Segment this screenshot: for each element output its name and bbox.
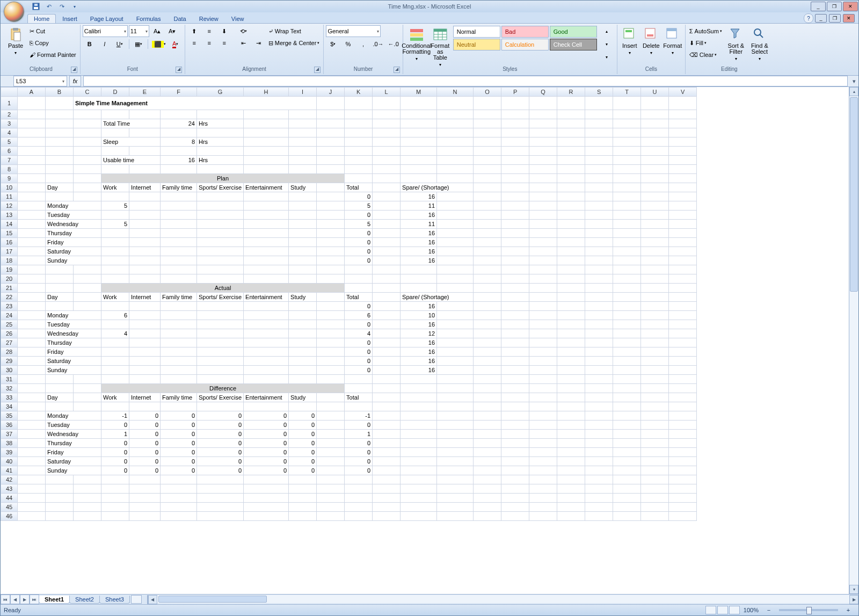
cell-C2[interactable] [74, 110, 101, 119]
cell-V41[interactable] [669, 466, 697, 475]
cell-F8[interactable] [161, 165, 197, 174]
cell-M25[interactable]: 16 [401, 320, 437, 329]
cell-E14[interactable] [129, 220, 161, 229]
cell-E29[interactable] [129, 357, 161, 366]
col-header-F[interactable]: F [161, 88, 197, 97]
cell-H24[interactable] [244, 311, 289, 320]
cell-P25[interactable] [501, 320, 529, 329]
cell-M20[interactable] [401, 274, 437, 284]
align-middle-button[interactable]: ≡ [202, 25, 216, 37]
tab-nav-next[interactable]: ▶ [20, 595, 30, 604]
cell-P17[interactable] [501, 247, 529, 256]
cell-S2[interactable] [585, 110, 613, 119]
cell-U24[interactable] [641, 311, 669, 320]
cell-J33[interactable] [317, 393, 345, 402]
cell-F16[interactable] [161, 238, 197, 247]
cell-A9[interactable] [18, 174, 46, 183]
cell-M2[interactable] [401, 110, 437, 119]
ribbon-tab-review[interactable]: Review [193, 14, 225, 23]
cell-T46[interactable] [613, 512, 641, 521]
cell-F29[interactable] [161, 357, 197, 366]
cell-H2[interactable] [244, 110, 289, 119]
cell-S41[interactable] [585, 466, 613, 475]
cell-J37[interactable] [317, 430, 345, 439]
cell-P38[interactable] [501, 439, 529, 448]
cell-S34[interactable] [585, 402, 613, 411]
cell-U37[interactable] [641, 430, 669, 439]
cell-T34[interactable] [613, 402, 641, 411]
cell-Q31[interactable] [529, 375, 557, 384]
cell-V7[interactable] [669, 156, 697, 165]
cell-R38[interactable] [557, 439, 585, 448]
cell-P46[interactable] [501, 512, 529, 521]
cell-B43[interactable] [46, 484, 74, 494]
cell-S44[interactable] [585, 494, 613, 503]
cell-V26[interactable] [669, 329, 697, 338]
cell-R42[interactable] [557, 475, 585, 484]
cell-M17[interactable]: 16 [401, 247, 437, 256]
cell-P41[interactable] [501, 466, 529, 475]
cell-F45[interactable] [161, 503, 197, 512]
ribbon-tab-insert[interactable]: Insert [56, 14, 84, 23]
cell-T4[interactable] [613, 128, 641, 137]
cell-D6[interactable] [101, 147, 129, 156]
cell-R2[interactable] [557, 110, 585, 119]
cell-U7[interactable] [641, 156, 669, 165]
cell-N16[interactable] [437, 238, 474, 247]
cell-U41[interactable] [641, 466, 669, 475]
cell-K46[interactable] [345, 512, 373, 521]
cell-J4[interactable] [317, 128, 345, 137]
cell-T18[interactable] [613, 256, 641, 265]
cell-J38[interactable] [317, 439, 345, 448]
cell-V20[interactable] [669, 274, 697, 284]
cell-O9[interactable] [474, 174, 501, 183]
cell-B16[interactable]: Friday [46, 238, 101, 247]
cell-D16[interactable] [101, 238, 129, 247]
cell-S21[interactable] [585, 284, 613, 293]
zoom-in-button[interactable]: + [841, 604, 855, 616]
cell-F15[interactable] [161, 229, 197, 238]
cell-O24[interactable] [474, 311, 501, 320]
cell-S25[interactable] [585, 320, 613, 329]
cell-O33[interactable] [474, 393, 501, 402]
cell-M21[interactable] [401, 284, 437, 293]
cell-C7[interactable] [74, 156, 101, 165]
cell-P12[interactable] [501, 201, 529, 211]
cell-E16[interactable] [129, 238, 161, 247]
cell-L2[interactable] [373, 110, 401, 119]
cell-S37[interactable] [585, 430, 613, 439]
cell-G15[interactable] [197, 229, 244, 238]
cell-U10[interactable] [641, 183, 669, 192]
cell-V32[interactable] [669, 384, 697, 393]
row-header-22[interactable]: 22 [1, 293, 18, 302]
style-bad[interactable]: Bad [501, 26, 549, 38]
cell-K22[interactable]: Total [345, 293, 373, 302]
number-dialog-launcher[interactable]: ◢ [394, 67, 400, 73]
cell-G17[interactable] [197, 247, 244, 256]
cell-K35[interactable]: -1 [345, 411, 373, 421]
cell-F26[interactable] [161, 329, 197, 338]
row-header-23[interactable]: 23 [1, 302, 18, 311]
cell-E35[interactable]: 0 [129, 411, 161, 421]
cell-U9[interactable] [641, 174, 669, 183]
cell-G4[interactable] [197, 128, 244, 137]
row-header-1[interactable]: 1 [1, 97, 18, 110]
cell-M5[interactable] [401, 137, 437, 147]
delete-cells-button[interactable]: Delete▾ [641, 25, 661, 64]
cell-A41[interactable] [18, 466, 46, 475]
cell-G6[interactable] [197, 147, 244, 156]
cell-L11[interactable] [373, 192, 401, 201]
cell-P23[interactable] [501, 302, 529, 311]
cell-B15[interactable]: Thursday [46, 229, 101, 238]
cell-R19[interactable] [557, 265, 585, 274]
cell-D44[interactable] [101, 494, 129, 503]
cell-B40[interactable]: Saturday [46, 457, 101, 466]
cell-H27[interactable] [244, 338, 289, 347]
cell-P20[interactable] [501, 274, 529, 284]
cell-P22[interactable] [501, 293, 529, 302]
cell-G23[interactable] [197, 302, 244, 311]
cell-D32[interactable]: Difference [101, 384, 345, 393]
cell-U32[interactable] [641, 384, 669, 393]
style-neutral[interactable]: Neutral [453, 39, 500, 50]
cell-H19[interactable] [244, 265, 289, 274]
